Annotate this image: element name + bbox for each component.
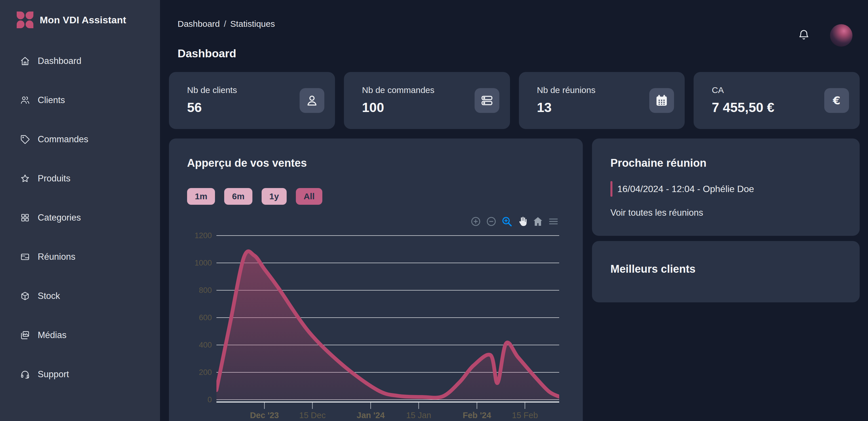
sidebar-item-label: Categories <box>38 212 81 223</box>
orders-icon <box>474 88 499 113</box>
all-meetings-link[interactable]: Voir toutes les réunions <box>611 208 703 218</box>
user-icon <box>300 88 324 113</box>
stat-card-3: CA7 455,50 €€ <box>693 72 860 129</box>
stat-card-2: Nb de réunions13 <box>519 72 685 129</box>
top-clients-title: Meilleurs clients <box>611 263 695 275</box>
meeting-icon <box>20 252 30 262</box>
notifications-bell-icon[interactable] <box>798 29 810 41</box>
sidebar-item-label: Stock <box>38 291 60 301</box>
meeting-entry: 16/04/2024 - 12:04 - Ophélie Doe <box>611 181 754 197</box>
stat-value: 13 <box>537 100 552 115</box>
user-avatar[interactable] <box>830 24 852 47</box>
range-filter-all[interactable]: All <box>296 188 322 205</box>
sidebar-item-label: Réunions <box>38 252 75 262</box>
sidebar-item-produits[interactable]: Produits <box>0 159 160 198</box>
meeting-card-title: Prochaine réunion <box>611 157 707 169</box>
package-icon <box>20 291 30 301</box>
stat-label: Nb de clients <box>187 85 237 95</box>
stat-value: 56 <box>187 100 202 115</box>
zoom-out-icon[interactable] <box>486 216 497 227</box>
sales-card-title: Apperçu de vos ventes <box>187 157 307 169</box>
stats-row: Nb de clients56Nb de commandes100Nb de r… <box>169 72 860 129</box>
sidebar: Mon VDI Assistant DashboardClientsComman… <box>0 0 160 421</box>
range-filter-1y[interactable]: 1y <box>261 188 287 205</box>
breadcrumb: Dashboard/Statistiques <box>178 19 275 29</box>
sidebar-item-dashboard[interactable]: Dashboard <box>0 41 160 81</box>
euro-icon: € <box>824 88 849 113</box>
breadcrumb-separator: / <box>224 19 226 29</box>
zoom-in-icon[interactable] <box>470 216 482 227</box>
stat-value: 7 455,50 € <box>712 100 774 115</box>
page-title: Dashboard <box>178 47 236 60</box>
sidebar-item-support[interactable]: Support <box>0 355 160 394</box>
stat-value: 100 <box>362 100 384 115</box>
range-filter-6m[interactable]: 6m <box>224 188 252 205</box>
next-meeting-card: Prochaine réunion 16/04/2024 - 12:04 - O… <box>592 139 860 236</box>
sidebar-item-medias[interactable]: Médias <box>0 315 160 355</box>
sidebar-item-label: Commandes <box>38 134 88 145</box>
tag-icon <box>20 134 30 144</box>
flower-logo-icon <box>17 11 33 28</box>
stat-label: CA <box>712 85 724 95</box>
users-icon <box>20 95 30 105</box>
sidebar-item-label: Clients <box>38 95 65 106</box>
stat-label: Nb de réunions <box>537 85 595 95</box>
sidebar-item-categories[interactable]: Categories <box>0 198 160 237</box>
sidebar-item-commandes[interactable]: Commandes <box>0 120 160 159</box>
meeting-entry-text: 16/04/2024 - 12:04 - Ophélie Doe <box>617 181 754 197</box>
images-icon <box>20 330 30 340</box>
sales-overview-card: Apperçu de vos ventes 1m6m1yAll <box>169 139 583 421</box>
stat-card-0: Nb de clients56 <box>169 72 335 129</box>
chart-toolbar <box>470 216 559 227</box>
brand[interactable]: Mon VDI Assistant <box>0 0 160 28</box>
selection-zoom-icon[interactable] <box>501 216 513 227</box>
sidebar-item-clients[interactable]: Clients <box>0 81 160 120</box>
breadcrumb-item-dashboard[interactable]: Dashboard <box>178 19 220 29</box>
brand-name: Mon VDI Assistant <box>40 14 126 26</box>
home-reset-icon[interactable] <box>532 216 544 227</box>
sidebar-item-label: Dashboard <box>38 56 82 66</box>
headset-icon <box>20 369 30 379</box>
pan-icon[interactable] <box>517 216 528 227</box>
sidebar-nav: DashboardClientsCommandesProduitsCategor… <box>0 41 160 394</box>
range-filter-1m[interactable]: 1m <box>187 188 215 205</box>
breadcrumb-item-statistiques[interactable]: Statistiques <box>230 19 275 29</box>
grid-icon <box>20 213 30 222</box>
sidebar-item-label: Support <box>38 369 69 380</box>
top-clients-card: Meilleurs clients <box>592 241 860 302</box>
range-filters: 1m6m1yAll <box>187 188 322 205</box>
stat-label: Nb de commandes <box>362 85 435 95</box>
sidebar-item-stock[interactable]: Stock <box>0 276 160 315</box>
calendar-icon <box>649 88 674 113</box>
svg-text:€: € <box>833 94 840 107</box>
sidebar-item-label: Médias <box>38 330 66 340</box>
star-icon <box>20 174 30 183</box>
sidebar-item-reunions[interactable]: Réunions <box>0 237 160 276</box>
stat-card-1: Nb de commandes100 <box>344 72 510 129</box>
sidebar-item-label: Produits <box>38 173 70 184</box>
meeting-accent-bar <box>611 181 613 197</box>
home-icon <box>20 56 30 66</box>
menu-icon[interactable] <box>548 216 559 227</box>
